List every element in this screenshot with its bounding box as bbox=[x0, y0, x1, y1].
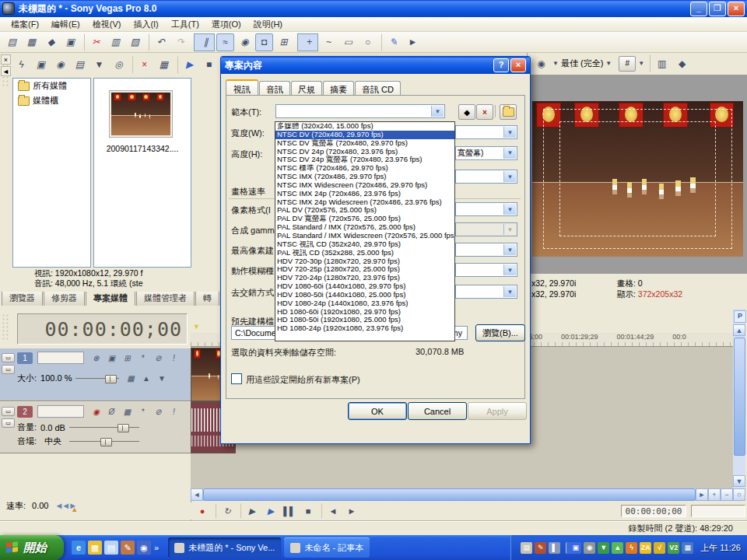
taskbar-clock[interactable]: 上午 11:26 bbox=[700, 542, 741, 554]
new-project-icon[interactable]: ▤ bbox=[3, 33, 21, 51]
scroll-thumb[interactable] bbox=[734, 338, 745, 456]
tab-trimmer[interactable]: 修剪器 bbox=[44, 292, 85, 306]
scroll-up-icon[interactable]: ▲ bbox=[733, 324, 745, 336]
pan-value[interactable]: 中央 bbox=[40, 436, 65, 447]
arrow-down-icon[interactable]: ▼ bbox=[154, 371, 169, 385]
track-motion-icon[interactable]: ▦ bbox=[123, 371, 138, 385]
zonealarm-icon[interactable]: ZA bbox=[640, 542, 651, 554]
preset-option[interactable]: HD 1080-60i (1920x1080, 29.970 fps) bbox=[275, 308, 454, 317]
import-media-icon[interactable]: ϟ bbox=[12, 56, 30, 74]
extract-audio-cd-icon[interactable]: ◎ bbox=[110, 56, 128, 74]
rate-marker-icon[interactable]: ▲ bbox=[71, 506, 78, 513]
remove-media-icon[interactable]: × bbox=[132, 56, 153, 74]
checkbox-icon[interactable] bbox=[231, 373, 242, 384]
preset-option[interactable]: HD 1080-24p (1920x1080, 23.976 fps) bbox=[275, 324, 454, 333]
stop-icon[interactable]: ■ bbox=[300, 503, 317, 519]
dock-grip[interactable] bbox=[2, 313, 9, 340]
media-player-icon[interactable]: ◉ bbox=[137, 541, 151, 555]
dropdown-caret[interactable]: ▼ bbox=[552, 60, 559, 67]
save-snapshot-icon[interactable]: ◆ bbox=[673, 54, 691, 72]
preset-option[interactable]: PAL Standard / IMX Widescreen (720x576, … bbox=[275, 232, 454, 240]
preset-option[interactable]: PAL 視訊 CD (352x288, 25.000 fps) bbox=[275, 249, 454, 257]
dialog-close-icon[interactable]: × bbox=[510, 58, 526, 72]
minimize-track-icon[interactable]: ▭ bbox=[2, 407, 15, 416]
save-template-icon[interactable]: ◆ bbox=[458, 104, 475, 120]
preset-option[interactable]: PAL Standard / IMX (720x576, 25.000 fps) bbox=[275, 223, 454, 232]
preset-option[interactable]: NTSC IMX 24p Widescreen (720x486, 23.976… bbox=[275, 198, 454, 207]
media-thumbnail[interactable] bbox=[110, 91, 172, 137]
pin-panel-icon[interactable]: ◄ bbox=[1, 66, 11, 76]
arm-record-icon[interactable]: ◉ bbox=[89, 404, 103, 418]
ignore-event-grouping-icon[interactable]: ⊞ bbox=[275, 33, 293, 51]
field-order-combo[interactable]: ▼ bbox=[455, 125, 517, 139]
audio-track-header[interactable]: ▭ ▭ 2 ◉Ø▦*⊘! 音量: 0.0 dB 音場: 中央 bbox=[0, 402, 191, 453]
size-slider[interactable] bbox=[75, 375, 119, 382]
normal-edit-tool-icon[interactable]: + bbox=[297, 33, 318, 51]
preset-option[interactable]: HDV 720-24p (1280x720, 23.976 fps) bbox=[275, 274, 454, 282]
start-button[interactable]: 開始 bbox=[0, 535, 64, 560]
copy-icon[interactable]: ▥ bbox=[107, 33, 124, 51]
pan-slider[interactable] bbox=[69, 438, 139, 445]
preset-option[interactable]: 多媒體 (320x240, 15.000 fps) bbox=[275, 122, 454, 131]
keyboard-layout-icon[interactable]: ▤ bbox=[521, 542, 532, 554]
restore-button[interactable]: ❐ bbox=[709, 2, 726, 16]
video-track-header[interactable]: ▭ ▭ 1 ⊗▣⊞*⊘! 大小: 100.0 % ▦▲▼ bbox=[0, 348, 191, 401]
preset-option[interactable]: HDV 1080-24p (1440x1080, 23.976 fps) bbox=[275, 299, 454, 308]
pixel-aspect-combo[interactable]: 寬螢幕)▼ bbox=[455, 146, 517, 160]
gamma-combo[interactable]: ▼ bbox=[455, 222, 517, 236]
track-fx-icon[interactable]: ▣ bbox=[104, 351, 119, 365]
preview-quality-icon[interactable]: ◉ bbox=[532, 54, 550, 72]
edit-details-icon[interactable]: P bbox=[734, 310, 746, 323]
preset-option[interactable]: NTSC DV 24p 寬螢幕 (720x480, 23.976 fps) bbox=[275, 156, 454, 164]
sidebar-item-all-media[interactable]: 所有媒體 bbox=[13, 79, 90, 93]
preset-option[interactable]: PAL DV (720x576, 25.000 fps) bbox=[275, 206, 454, 215]
minimize-track-icon[interactable]: ▭ bbox=[2, 353, 15, 362]
bus-assign-icon[interactable]: ⊞ bbox=[120, 351, 135, 365]
scroll-thumb[interactable] bbox=[203, 488, 696, 501]
invert-phase-icon[interactable]: Ø bbox=[104, 404, 119, 418]
mute-icon[interactable]: ⊘ bbox=[151, 351, 166, 365]
minimize-button[interactable]: _ bbox=[690, 2, 707, 16]
copy-snapshot-icon[interactable]: ▥ bbox=[650, 54, 671, 72]
maximize-track-icon[interactable]: ▭ bbox=[2, 418, 15, 428]
track-name-field[interactable] bbox=[37, 405, 84, 418]
horizontal-scrollbar[interactable]: ◄ ► + − ○ bbox=[191, 488, 745, 501]
close-button[interactable]: × bbox=[728, 2, 745, 16]
preset-option[interactable]: NTSC DV (720x480, 29.970 fps) bbox=[275, 131, 454, 139]
tab-explorer[interactable]: 瀏覽器 bbox=[2, 292, 43, 306]
menu-options[interactable]: 選項(O) bbox=[205, 17, 247, 32]
volume-icon[interactable]: ◉ bbox=[584, 542, 595, 554]
track-number[interactable]: 1 bbox=[17, 352, 33, 364]
arrow-up-icon[interactable]: ▲ bbox=[139, 371, 153, 385]
cancel-button[interactable]: Cancel bbox=[408, 402, 467, 420]
start-preview-icon[interactable]: ▶ bbox=[177, 56, 198, 74]
transport-timecode[interactable]: 00:00:00;00 bbox=[621, 505, 686, 517]
open-folder-icon[interactable] bbox=[500, 104, 517, 120]
preset-option[interactable]: NTSC IMX (720x486, 29.970 fps) bbox=[275, 173, 454, 181]
safely-remove-icon[interactable]: ▼ bbox=[598, 542, 609, 554]
pen-tool-icon[interactable]: ✎ bbox=[381, 33, 402, 51]
save-icon[interactable]: ◆ bbox=[42, 33, 60, 51]
download-media-icon[interactable]: ▼ bbox=[90, 56, 108, 74]
tab-transitions[interactable]: 轉 bbox=[195, 292, 219, 306]
tab-media-manager[interactable]: 媒體管理者 bbox=[136, 292, 195, 306]
zoom-tool-timeline-icon[interactable]: ○ bbox=[733, 488, 745, 501]
selection-tool-icon[interactable]: ▭ bbox=[339, 33, 357, 51]
preset-option[interactable]: NTSC IMX 24p (720x486, 23.976 fps) bbox=[275, 190, 454, 198]
solo-icon[interactable]: ! bbox=[167, 351, 181, 365]
preset-option[interactable]: NTSC 視訊 CD (352x240, 29.970 fps) bbox=[275, 240, 454, 249]
get-photo-icon[interactable]: ◉ bbox=[51, 56, 69, 74]
automation-settings-icon[interactable]: ◉ bbox=[236, 33, 254, 51]
menu-help[interactable]: 說明(H) bbox=[247, 17, 289, 32]
pen-input-icon[interactable]: ✎ bbox=[535, 542, 546, 554]
tablet-icon[interactable]: ▌ bbox=[549, 542, 560, 554]
zoom-out-timeline-icon[interactable]: − bbox=[721, 488, 733, 501]
size-value[interactable]: 100.0 % bbox=[40, 373, 72, 383]
preview-quality-value[interactable]: 最佳 (完全) bbox=[561, 58, 603, 69]
dropdown-caret[interactable]: ▼ bbox=[605, 60, 612, 67]
start-all-new-projects-checkbox[interactable]: 用這些設定開始所有新專案(P) bbox=[231, 373, 360, 386]
automation-settings-icon[interactable]: * bbox=[135, 351, 150, 365]
capture-video-icon[interactable]: ▣ bbox=[32, 56, 50, 74]
lock-envelopes-icon[interactable]: ◘ bbox=[255, 33, 273, 51]
scroll-right-icon[interactable]: ► bbox=[696, 488, 708, 501]
